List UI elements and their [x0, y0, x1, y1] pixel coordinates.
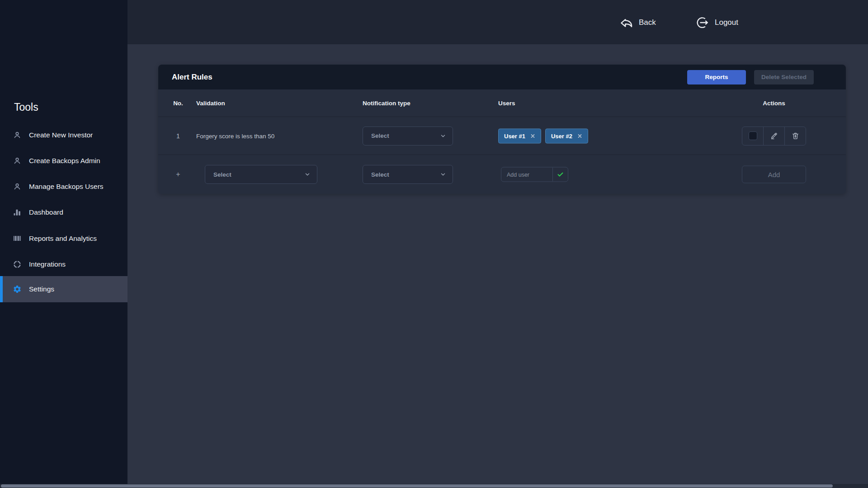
- check-icon: [557, 171, 564, 178]
- bar-chart-icon: [13, 208, 22, 217]
- table-header-row: No. Validation Notification type Users A…: [158, 89, 846, 117]
- pencil-icon: [770, 131, 778, 140]
- barcode-icon: [13, 234, 22, 243]
- back-arrow-icon: [618, 15, 634, 30]
- gear-icon: [13, 285, 22, 294]
- panel-header: Alert Rules Reports Delete Selected: [158, 65, 846, 89]
- add-rule-button[interactable]: Add: [742, 166, 806, 183]
- column-header-notification-type: Notification type: [363, 100, 410, 107]
- chevron-down-icon: [304, 171, 311, 178]
- person-icon: [13, 156, 22, 165]
- edit-button[interactable]: [763, 127, 784, 145]
- row-number: 1: [170, 132, 186, 140]
- notification-type-select[interactable]: Select: [363, 127, 453, 145]
- user-chip: User #2: [545, 128, 588, 143]
- column-header-validation: Validation: [196, 100, 225, 107]
- row-select-checkbox-cell: [742, 127, 763, 145]
- sidebar-item-label: Settings: [29, 285, 54, 293]
- sidebar-item-label: Dashboard: [29, 208, 63, 216]
- sidebar-item-integrations[interactable]: Integrations: [0, 251, 127, 277]
- sidebar-item-dashboard[interactable]: Dashboard: [0, 199, 127, 225]
- user-chip: User #1: [498, 128, 541, 143]
- sidebar-item-label: Create Backops Admin: [29, 157, 100, 165]
- row-checkbox[interactable]: [749, 131, 757, 140]
- sidebar-item-label: Manage Backops Users: [29, 183, 104, 191]
- select-value: Select: [371, 132, 389, 139]
- table-row: 1 Forgery score is less than 50 Select U…: [158, 117, 846, 155]
- delete-button[interactable]: [784, 127, 806, 145]
- add-row-plus: +: [170, 170, 186, 178]
- logout-icon: [694, 15, 710, 30]
- validation-select[interactable]: Select: [205, 165, 317, 184]
- back-button[interactable]: Back: [618, 12, 656, 33]
- panel-title: Alert Rules: [172, 73, 212, 82]
- add-user-input[interactable]: [501, 168, 552, 182]
- alert-rules-table: No. Validation Notification type Users A…: [158, 89, 846, 194]
- logout-button[interactable]: Logout: [694, 12, 738, 33]
- select-placeholder: Select: [213, 171, 231, 178]
- sidebar-title: Tools: [14, 101, 38, 113]
- actions-cell: [742, 127, 806, 145]
- reports-button[interactable]: Reports: [687, 70, 746, 84]
- add-user-control: [501, 167, 568, 182]
- person-icon: [13, 131, 22, 140]
- add-rule-row: + Select Select Add: [158, 155, 846, 194]
- horizontal-scrollbar-track[interactable]: [0, 484, 868, 488]
- select-placeholder: Select: [371, 171, 389, 178]
- back-label: Back: [639, 18, 656, 27]
- confirm-add-user-button[interactable]: [552, 168, 568, 182]
- sidebar-item-manage-backops-users[interactable]: Manage Backops Users: [0, 174, 127, 200]
- logout-label: Logout: [715, 18, 738, 27]
- column-header-users: Users: [498, 100, 515, 107]
- column-header-actions: Actions: [742, 100, 806, 107]
- sidebar-item-create-new-investor[interactable]: Create New Investor: [0, 122, 127, 148]
- sidebar-item-create-backops-admin[interactable]: Create Backops Admin: [0, 148, 127, 174]
- column-header-no: No.: [170, 100, 186, 107]
- chevron-down-icon: [440, 133, 446, 139]
- notification-type-select-new[interactable]: Select: [363, 165, 453, 184]
- sidebar-item-label: Create New Investor: [29, 131, 93, 139]
- remove-user-icon[interactable]: [530, 133, 535, 138]
- users-cell: User #1 User #2: [498, 128, 588, 143]
- sidebar-item-label: Integrations: [29, 260, 66, 268]
- delete-selected-button[interactable]: Delete Selected: [754, 70, 814, 84]
- validation-text: Forgery score is less than 50: [196, 132, 274, 139]
- alert-rules-panel: Alert Rules Reports Delete Selected No. …: [158, 65, 846, 194]
- sidebar-item-settings[interactable]: Settings: [0, 276, 127, 302]
- remove-user-icon[interactable]: [577, 133, 582, 138]
- sidebar-item-reports-and-analytics[interactable]: Reports and Analytics: [0, 225, 127, 252]
- user-chip-label: User #1: [504, 132, 525, 139]
- topbar: Back Logout: [127, 0, 868, 44]
- user-chip-label: User #2: [551, 132, 572, 139]
- integrations-icon: [13, 260, 22, 269]
- chevron-down-icon: [440, 171, 446, 178]
- trash-icon: [791, 131, 800, 140]
- sidebar: Tools Create New Investor Create Backops…: [0, 0, 127, 488]
- sidebar-item-label: Reports and Analytics: [29, 235, 97, 243]
- horizontal-scrollbar-thumb[interactable]: [1, 484, 833, 488]
- person-icon: [13, 182, 22, 191]
